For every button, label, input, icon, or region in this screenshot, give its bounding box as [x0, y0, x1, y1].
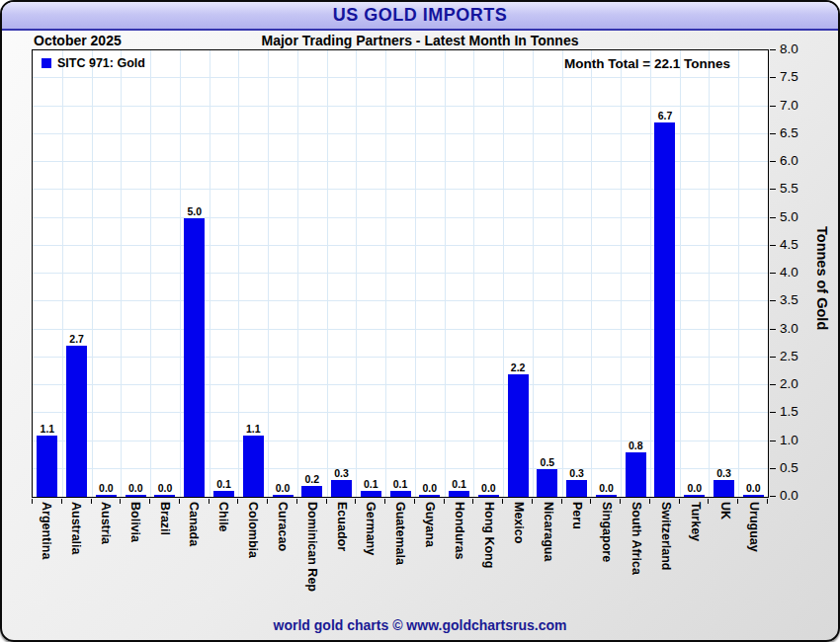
bar-value-label: 0.3 — [716, 467, 731, 479]
bar — [243, 436, 264, 497]
y-tick-label: 3.0 — [780, 321, 813, 337]
y-tick-label: 0.5 — [780, 460, 813, 476]
bar-value-label: 1.1 — [41, 423, 55, 435]
y-tick-label: 6.0 — [780, 153, 813, 169]
y-tick-mark — [770, 273, 776, 274]
bar-slot-canada: 5.0 — [180, 50, 210, 497]
x-axis-label-austria: Austria — [91, 502, 121, 618]
y-tick-label: 7.5 — [780, 69, 813, 85]
y-tick-mark — [770, 133, 776, 134]
y-tick-label: 1.5 — [780, 404, 813, 420]
bar-slot-turkey: 0.0 — [680, 50, 710, 497]
x-axis-label-hong-kong: Hong Kong — [474, 502, 504, 618]
bar — [154, 495, 175, 497]
bar — [684, 495, 705, 497]
subtitle-row: October 2025 Major Trading Partners - La… — [2, 33, 838, 49]
bar-value-label: 0.0 — [158, 482, 173, 494]
bar-value-label: 2.2 — [511, 361, 526, 373]
x-axis-label-guyana: Guyana — [415, 502, 445, 618]
bar-slot-curacao: 0.0 — [268, 50, 297, 497]
bar — [537, 469, 557, 497]
y-tick-mark — [770, 412, 776, 413]
plot-area: SITC 971: Gold Month Total = 22.1 Tonnes… — [32, 49, 769, 498]
bar — [596, 495, 617, 497]
chart-window: US GOLD IMPORTS October 2025 Major Tradi… — [0, 0, 840, 642]
x-axis-label-chile: Chile — [209, 502, 238, 618]
bar-slot-australia: 2.7 — [62, 50, 92, 497]
chart-subtitle: Major Trading Partners - Latest Month In… — [2, 33, 838, 48]
y-tick-label: 1.0 — [780, 433, 813, 448]
chart-title: US GOLD IMPORTS — [333, 5, 508, 26]
bars-container: 1.12.70.00.00.05.00.11.10.00.20.30.10.10… — [33, 50, 768, 497]
x-axis-label-honduras: Honduras — [445, 502, 474, 618]
bar-value-label: 0.0 — [746, 482, 761, 494]
y-tick-label: 4.0 — [780, 265, 813, 281]
x-axis-label-canada: Canada — [179, 502, 209, 618]
bar-value-label: 5.0 — [187, 205, 202, 217]
x-axis-label-peru: Peru — [562, 502, 592, 618]
y-tick-label: 4.5 — [780, 237, 813, 253]
y-tick-mark — [770, 300, 776, 301]
bar-value-label: 6.7 — [658, 110, 673, 121]
bar-value-label: 0.2 — [304, 473, 319, 485]
bar — [390, 491, 411, 497]
y-tick-label: 6.5 — [780, 125, 813, 141]
bar-slot-nicaragua: 0.5 — [533, 50, 562, 497]
x-axis-label-mexico: Mexico — [504, 502, 534, 618]
x-axis-label-colombia: Colombia — [238, 502, 268, 618]
month-total-annotation: Month Total = 22.1 Tonnes — [564, 56, 730, 71]
legend-label: SITC 971: Gold — [57, 56, 145, 70]
bar — [361, 491, 381, 497]
bar-slot-mexico: 2.2 — [503, 50, 533, 497]
bar-slot-guyana: 0.0 — [415, 50, 445, 497]
bar-value-label: 0.0 — [599, 482, 614, 494]
y-tick-mark — [770, 441, 776, 441]
y-tick-mark — [770, 357, 776, 358]
bar — [626, 452, 646, 497]
bar — [714, 480, 734, 497]
bar-value-label: 0.1 — [216, 478, 231, 490]
bar-slot-singapore: 0.0 — [592, 50, 622, 497]
x-axis-label-curacao: Curacao — [268, 502, 297, 618]
x-axis-label-australia: Australia — [61, 502, 91, 618]
bar — [301, 486, 322, 497]
bar-slot-austria: 0.0 — [92, 50, 122, 497]
y-tick-mark — [770, 49, 776, 50]
x-axis-label-brazil: Brazil — [149, 502, 179, 618]
bar — [331, 480, 352, 497]
bar-value-label: 1.1 — [246, 423, 261, 435]
legend-swatch-icon — [42, 58, 51, 68]
bar — [419, 495, 440, 497]
bar-slot-uk: 0.3 — [710, 50, 739, 497]
x-axis-label-south-africa: South Africa — [622, 502, 651, 618]
bar — [213, 491, 234, 497]
x-axis-label-switzerland: Switzerland — [651, 502, 681, 618]
y-tick-label: 0.0 — [780, 488, 813, 504]
bar — [66, 346, 87, 497]
bar-value-label: 0.1 — [452, 478, 466, 490]
bar-slot-brazil: 0.0 — [150, 50, 180, 497]
bar-value-label: 0.0 — [481, 482, 496, 494]
bar — [508, 374, 529, 497]
bar-value-label: 0.0 — [99, 482, 114, 494]
y-tick-mark — [770, 161, 776, 162]
bar-value-label: 0.3 — [569, 467, 584, 479]
bar-slot-uruguay: 0.0 — [738, 50, 768, 497]
x-axis-label-ecuador: Ecuador — [326, 502, 356, 618]
y-tick-label: 2.5 — [780, 349, 813, 364]
y-tick-mark — [770, 189, 776, 190]
y-tick-label: 3.5 — [780, 292, 813, 308]
y-tick-label: 5.0 — [780, 209, 813, 225]
bar — [743, 495, 764, 497]
y-tick-mark — [770, 384, 776, 385]
bar — [37, 436, 57, 497]
y-tick-label: 5.5 — [780, 181, 813, 197]
y-tick-label: 8.0 — [780, 41, 813, 57]
bar — [273, 495, 294, 497]
bar — [478, 495, 499, 497]
x-axis-label-turkey: Turkey — [681, 502, 711, 618]
bar — [654, 122, 675, 497]
bar-value-label: 0.3 — [334, 467, 349, 479]
x-axis-label-bolivia: Bolivia — [121, 502, 150, 618]
bar-slot-hong-kong: 0.0 — [473, 50, 503, 497]
